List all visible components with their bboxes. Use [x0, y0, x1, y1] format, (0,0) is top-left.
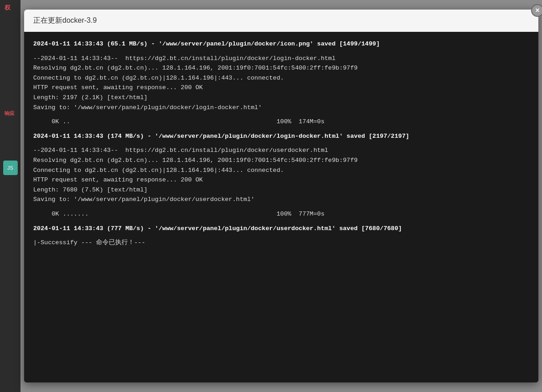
terminal-line: Connecting to dg2.bt.cn (dg2.bt.cn)|128.…	[33, 166, 529, 176]
terminal-body[interactable]: 2024-01-11 14:33:43 (65.1 MB/s) - '/www/…	[24, 32, 538, 382]
terminal-line: Connecting to dg2.bt.cn (dg2.bt.cn)|128.…	[33, 73, 529, 83]
terminal-line: |-Successify --- 命令已执行！---	[33, 238, 529, 248]
terminal-spacer	[33, 219, 529, 224]
terminal-line: HTTP request sent, awaiting response... …	[33, 83, 529, 93]
terminal-line: 0K .. 100% 174M=0s	[33, 117, 529, 127]
sidebar: 权 响应 JS	[0, 0, 20, 392]
terminal-line: 2024-01-11 14:33:43 (174 MB/s) - '/www/s…	[33, 131, 529, 141]
terminal-line: Saving to: '/www/server/panel/plugin/doc…	[33, 195, 529, 205]
terminal-line: --2024-01-11 14:33:43-- https://dg2.bt.c…	[33, 54, 529, 64]
terminal-line: Saving to: '/www/server/panel/plugin/doc…	[33, 103, 529, 113]
sidebar-item-js: JS	[3, 161, 18, 175]
terminal-line: HTTP request sent, awaiting response... …	[33, 175, 529, 185]
modal-title: 正在更新docker-3.9	[33, 16, 97, 25]
close-button[interactable]: ×	[531, 4, 542, 17]
terminal-line: --2024-01-11 14:33:43-- https://dg2.bt.c…	[33, 146, 529, 156]
terminal-spacer	[33, 141, 529, 146]
terminal-line: Length: 2197 (2.1K) [text/html]	[33, 93, 529, 103]
terminal-spacer	[33, 127, 529, 131]
terminal-line: 0K ....... 100% 777M=0s	[33, 209, 529, 219]
terminal-spacer	[33, 233, 529, 238]
modal-overlay: 权 响应 JS 正在更新docker-3.9 × 2024-01-11 14:3…	[0, 0, 542, 392]
sidebar-item-auth: 权	[0, 0, 20, 15]
terminal-spacer	[33, 205, 529, 209]
terminal-spacer	[33, 112, 529, 117]
terminal-line: Length: 7680 (7.5K) [text/html]	[33, 185, 529, 195]
terminal-line: 2024-01-11 14:33:43 (65.1 MB/s) - '/www/…	[33, 39, 529, 49]
terminal-line: Resolving dg2.bt.cn (dg2.bt.cn)... 128.1…	[33, 63, 529, 73]
modal-header: 正在更新docker-3.9 ×	[24, 10, 538, 32]
terminal-spacer	[33, 49, 529, 54]
modal-window: 正在更新docker-3.9 × 2024-01-11 14:33:43 (65…	[24, 10, 538, 382]
terminal-line: 2024-01-11 14:33:43 (777 MB/s) - '/www/s…	[33, 224, 529, 234]
sidebar-item-response: 响应	[0, 106, 20, 121]
terminal-line: Resolving dg2.bt.cn (dg2.bt.cn)... 128.1…	[33, 156, 529, 166]
